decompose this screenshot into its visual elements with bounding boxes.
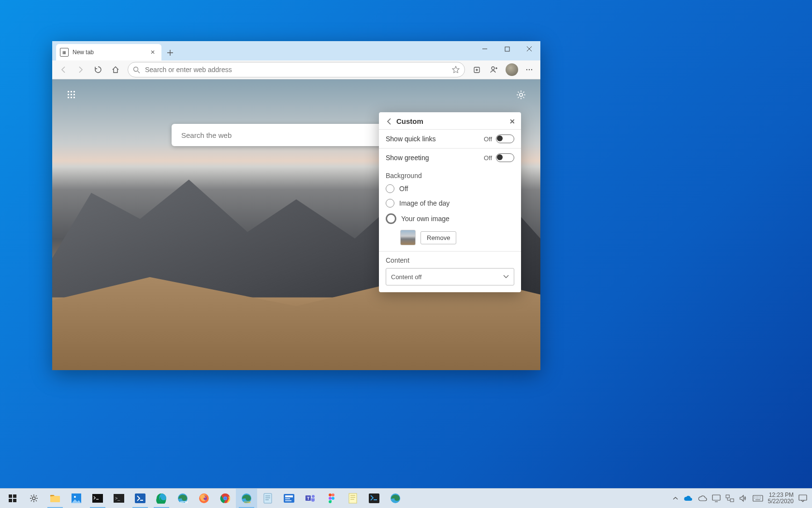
tray-chevron-icon[interactable] [673,496,678,500]
greeting-row: Show greeting Off [379,149,521,167]
tray-date: 5/22/2020 [768,498,794,505]
collections-button[interactable] [469,61,485,78]
svg-rect-7 [68,91,69,92]
taskbar-edge-dev-icon[interactable] [385,489,406,508]
new-tab-page: Custom ✕ Show quick links Off Show greet… [52,79,540,370]
toolbar [52,60,540,79]
forward-button[interactable] [72,61,89,78]
taskbar-manager-icon[interactable] [278,489,300,508]
svg-rect-22 [50,496,60,502]
tray-display-icon[interactable] [712,494,721,502]
svg-point-48 [312,495,315,498]
svg-rect-60 [799,495,807,500]
menu-button[interactable] [521,61,537,78]
minimize-button[interactable] [474,41,496,57]
taskbar-powershell-icon[interactable] [130,489,151,508]
svg-point-21 [32,497,35,500]
taskbar-firefox-icon[interactable] [193,489,215,508]
tray-network-icon[interactable] [725,494,734,502]
radio-icon [386,184,394,193]
remove-image-button[interactable]: Remove [420,231,456,244]
svg-rect-15 [73,97,75,98]
address-input[interactable] [144,65,448,74]
start-button[interactable] [2,489,23,508]
taskbar-terminal-icon[interactable]: >_ [108,489,130,508]
chevron-down-icon [503,275,509,279]
taskbar-edge-beta-icon[interactable]: BETA [172,489,193,508]
panel-header: Custom ✕ [379,112,521,129]
taskbar-cmd-icon[interactable] [87,489,108,508]
svg-rect-41 [264,493,272,503]
profile-switch-button[interactable] [486,61,503,78]
svg-rect-58 [730,499,734,502]
bg-own-controls: Remove [379,227,521,251]
radio-selected-icon [386,213,396,224]
taskbar: >_ BETA CAN T 12:23 PM 5/22/2020 [0,488,812,508]
tab-title: New tab [72,49,94,56]
tab-close-icon[interactable]: ✕ [149,48,157,56]
svg-rect-45 [285,500,291,501]
taskbar-figma-icon[interactable] [321,489,342,508]
svg-rect-17 [9,494,12,498]
bg-option-off[interactable]: Off [379,181,521,196]
background-heading: Background [379,167,521,181]
tray-cloud-icon[interactable] [697,495,707,502]
greeting-toggle[interactable] [496,153,514,162]
panel-title: Custom [396,117,423,125]
taskbar-ps7-icon[interactable] [363,489,385,508]
svg-rect-49 [329,493,332,496]
tray-keyboard-icon[interactable] [753,495,763,502]
address-bar[interactable] [128,62,465,77]
svg-rect-20 [13,499,16,502]
svg-text:T: T [307,496,310,501]
favorite-icon[interactable] [452,66,460,74]
svg-text:BETA: BETA [180,501,188,504]
refresh-button[interactable] [90,61,106,78]
panel-back-icon[interactable] [385,118,393,125]
maximize-button[interactable] [496,41,518,57]
svg-rect-50 [332,493,334,496]
quick-links-row: Show quick links Off [379,130,521,148]
panel-close-icon[interactable]: ✕ [509,118,515,125]
ntp-search-input[interactable] [180,131,412,140]
taskbar-edge-icon[interactable] [151,489,172,508]
svg-point-3 [492,67,494,70]
svg-point-52 [332,497,334,500]
close-window-button[interactable] [518,41,540,57]
svg-point-6 [531,69,532,70]
apps-grid-icon[interactable] [65,88,78,102]
taskbar-edge-canary-icon[interactable]: CAN [236,489,257,508]
page-settings-panel: Custom ✕ Show quick links Off Show greet… [379,112,521,292]
greeting-state: Off [484,154,492,162]
taskbar-notepad2-icon[interactable] [257,489,278,508]
page-settings-button[interactable] [514,88,528,102]
tray-notifications-icon[interactable] [798,494,807,502]
back-button[interactable] [55,61,72,78]
taskbar-photos-icon[interactable] [66,489,87,508]
browser-tab[interactable]: ▦ New tab ✕ [56,44,161,60]
new-tab-button[interactable] [163,46,177,60]
bg-daily-label: Image of the day [399,199,450,207]
content-dropdown[interactable]: Content off [386,268,514,285]
svg-rect-53 [349,493,357,503]
svg-rect-57 [726,495,729,498]
quick-links-toggle[interactable] [496,134,514,143]
taskbar-notes-icon[interactable] [342,489,363,508]
home-button[interactable] [107,61,124,78]
svg-rect-9 [73,91,75,92]
taskbar-teams-icon[interactable]: T [300,489,321,508]
taskbar-chrome-icon[interactable] [215,489,236,508]
tray-onedrive-icon[interactable] [683,495,693,502]
tray-clock[interactable]: 12:23 PM 5/22/2020 [768,492,794,505]
window-controls [474,41,540,57]
bg-option-own[interactable]: Your own image [379,210,521,227]
taskbar-explorer-icon[interactable] [44,489,66,508]
taskbar-settings-icon[interactable] [23,489,44,508]
quick-links-state: Off [484,135,492,143]
bg-own-label: Your own image [401,215,450,223]
profile-avatar[interactable] [504,61,520,78]
tray-volume-icon[interactable] [739,494,748,502]
bg-option-daily[interactable]: Image of the day [379,196,521,210]
ntp-top-bar [52,79,540,110]
bg-thumbnail[interactable] [400,230,416,245]
